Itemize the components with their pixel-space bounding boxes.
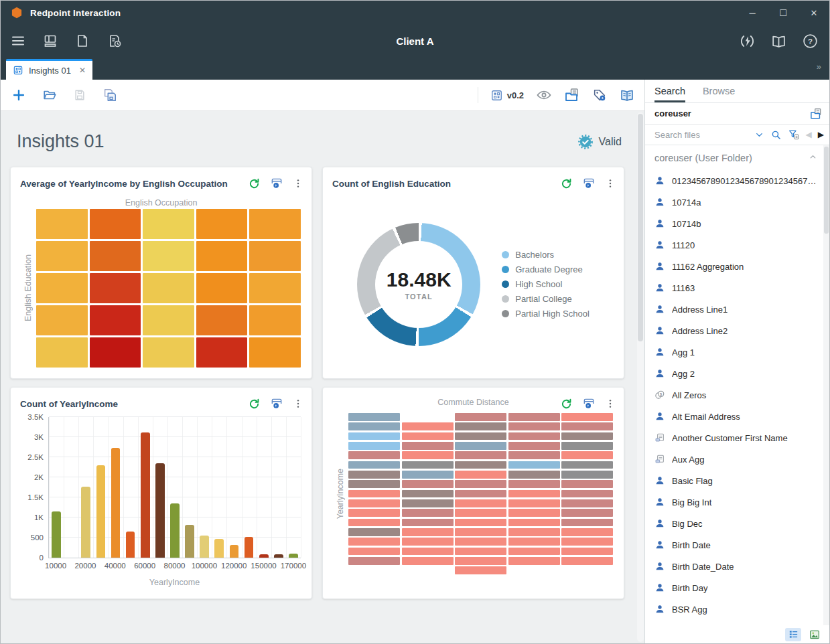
mosaic-cell	[455, 471, 506, 479]
file-label: Big Big Int	[672, 497, 721, 507]
maximize-icon[interactable]: ☐	[768, 1, 799, 25]
file-list-item[interactable]: Address Line1	[645, 299, 829, 320]
y-tick-label: 3.5K	[17, 413, 44, 421]
copy-document-icon[interactable]	[809, 107, 823, 120]
file-list-item[interactable]: 11163	[645, 277, 829, 299]
save-as-icon[interactable]	[102, 88, 117, 102]
file-history-icon[interactable]	[107, 33, 123, 49]
file-list-item[interactable]: Alt Email Address	[645, 406, 829, 427]
save-icon[interactable]	[73, 88, 86, 102]
file-list-item[interactable]: 10714b	[645, 213, 829, 234]
file-list-item[interactable]: $All Zeros	[645, 384, 829, 406]
sidebar-tabs: Search Browse	[645, 80, 829, 103]
file-list-item[interactable]: Agg 1	[645, 341, 829, 363]
y-tick-label: 2.5K	[17, 453, 44, 461]
x-tick-label: 10000	[45, 562, 66, 570]
chevron-up-icon[interactable]	[809, 153, 817, 163]
search-files-input[interactable]	[653, 129, 748, 141]
close-icon[interactable]: ✕	[799, 1, 829, 25]
app-logo-hexagon-icon	[10, 6, 23, 19]
file-list-item[interactable]: 10714a	[645, 191, 829, 213]
file-list-item[interactable]: Address Line2	[645, 320, 829, 341]
heatmap-cell	[143, 337, 194, 368]
file-list-item[interactable]: Another Customer First Name	[645, 427, 829, 449]
open-folder-icon[interactable]	[42, 88, 57, 102]
mosaic-cell	[561, 471, 613, 479]
refresh-icon[interactable]	[248, 177, 261, 190]
tag-disc-icon[interactable]	[592, 88, 607, 102]
nav-forward-icon[interactable]: ▶	[818, 131, 824, 139]
file-list-item[interactable]: 11162 Aggregation	[645, 256, 829, 277]
workspace-icon[interactable]	[42, 33, 58, 49]
filter-funnel-document-icon[interactable]	[788, 129, 800, 141]
mosaic-cell	[561, 442, 613, 450]
mosaic-cell	[508, 519, 560, 527]
version-indicator[interactable]: v0.2	[490, 89, 524, 102]
card-mosaic: Commute Distance YearlyIncome	[322, 387, 624, 599]
file-list-item[interactable]: Big Big Int	[645, 491, 829, 513]
nav-back-icon[interactable]: ◀	[806, 131, 812, 139]
refresh-icon[interactable]	[560, 177, 573, 190]
file-list-item[interactable]: BSR Agg	[645, 598, 829, 620]
sidebar-footer	[645, 625, 829, 643]
mosaic-empty-cell	[402, 413, 454, 421]
mosaic-cell	[561, 451, 613, 459]
file-list-item[interactable]: 0123456789012345678901234567890...	[645, 170, 829, 191]
menu-icon[interactable]	[10, 33, 26, 49]
file-list-item[interactable]: Basic Flag	[645, 470, 829, 491]
minimize-icon[interactable]: ─	[737, 1, 768, 25]
tab-close-icon[interactable]: ✕	[79, 66, 86, 75]
mosaic-cell	[508, 451, 560, 459]
mosaic-cell	[402, 442, 454, 450]
mosaic-cell	[561, 519, 613, 527]
tab-browse[interactable]: Browse	[703, 80, 735, 102]
content-scrollbar[interactable]	[637, 112, 644, 642]
tab-search[interactable]: Search	[654, 80, 685, 102]
user-icon	[654, 561, 665, 572]
auto-refresh-window-icon[interactable]	[582, 177, 596, 190]
mosaic-cell	[455, 413, 506, 421]
donut-legend: BachelorsGraduate DegreeHigh SchoolParti…	[502, 245, 590, 323]
sync-icon[interactable]	[739, 33, 756, 50]
refresh-icon[interactable]	[248, 398, 261, 410]
mosaic-cell	[508, 442, 560, 450]
new-plus-icon[interactable]	[11, 88, 26, 102]
bar	[200, 536, 209, 558]
mosaic-cell	[402, 499, 454, 507]
file-list-item[interactable]: Agg 2	[645, 363, 829, 384]
documentation-book-icon[interactable]	[770, 33, 787, 50]
chevron-down-icon[interactable]	[754, 130, 764, 140]
file-list-item[interactable]: Birth Day	[645, 577, 829, 598]
preview-eye-icon[interactable]	[536, 87, 552, 103]
list-view-icon[interactable]	[785, 628, 801, 641]
file-list-item[interactable]: Birth Date	[645, 534, 829, 556]
bar	[81, 487, 90, 558]
auto-refresh-window-icon[interactable]	[270, 177, 283, 190]
mosaic-empty-cell	[508, 566, 560, 574]
kebab-menu-icon[interactable]	[293, 178, 303, 189]
chevron-double-right-icon[interactable]: »	[817, 62, 821, 72]
file-icon[interactable]	[74, 33, 90, 49]
help-icon[interactable]: ?	[802, 33, 819, 50]
mosaic-cell	[561, 461, 613, 469]
kebab-menu-icon[interactable]	[293, 398, 303, 409]
content-scrollbar-thumb[interactable]	[638, 114, 643, 341]
file-list-item[interactable]: 11120	[645, 234, 829, 256]
search-magnifier-icon[interactable]	[770, 129, 782, 141]
reference-book-icon[interactable]	[619, 87, 635, 103]
tab-insights-01[interactable]: Insights 01 ✕	[6, 59, 92, 80]
file-list-item[interactable]: Aux Agg	[645, 449, 829, 470]
search-scope-input[interactable]	[653, 108, 805, 119]
sidebar-scrollbar-thumb[interactable]	[824, 147, 829, 234]
kebab-menu-icon[interactable]	[605, 178, 616, 189]
sidebar-scrollbar[interactable]	[823, 145, 829, 625]
image-view-icon[interactable]	[807, 628, 823, 641]
folder-section-header[interactable]: coreuser (User Folder)	[645, 145, 829, 170]
card-actions	[248, 397, 303, 410]
file-list-item[interactable]: Big Dec	[645, 513, 829, 534]
open-document-folder-icon[interactable]	[564, 87, 580, 103]
legend-item: Graduate Degree	[502, 264, 590, 274]
toolbar-right: v0.2	[478, 87, 644, 103]
file-list-item[interactable]: Birth Date_Date	[645, 556, 829, 577]
auto-refresh-window-icon[interactable]	[270, 397, 283, 410]
